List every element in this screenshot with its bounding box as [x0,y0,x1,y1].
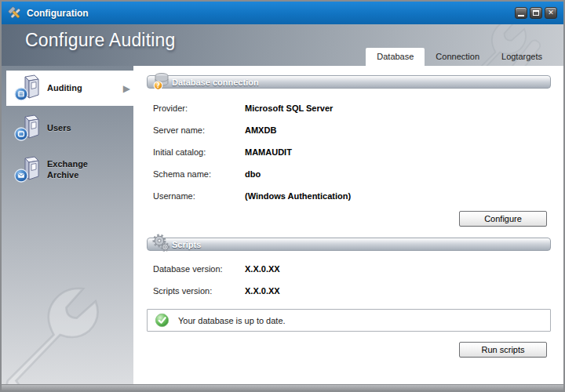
tab-database[interactable]: Database [366,48,425,66]
minimize-icon [518,15,524,16]
field-label: Scripts version: [153,286,245,296]
tab-logtargets[interactable]: Logtargets [490,48,553,66]
exchange-archive-server-icon [13,155,42,185]
right-arrow-icon: ▶ [123,83,130,94]
green-check-icon [155,313,170,328]
users-server-icon [13,114,42,143]
maximize-icon [533,10,539,16]
configuration-window: Configuration ✕ Configure Auditing Datab… [0,0,565,392]
sidebar-item-exchange-archive[interactable]: Exchange Archive [6,151,133,190]
sidebar: Auditing ▶ Users [2,66,133,387]
field-value: dbo [245,169,261,179]
run-scripts-button[interactable]: Run scripts [459,342,547,358]
field-value: AMXDB [245,125,276,135]
section-title: Database connection [172,78,259,87]
gears-icon [152,234,171,256]
database-question-icon: ? [152,71,171,94]
field-label: Initial catalog: [153,147,245,157]
sidebar-item-label: Users [47,123,111,134]
status-message-box: Your database is up to date. [147,309,551,332]
page-title: Configure Auditing [25,30,176,51]
field-label: Database version: [153,264,245,274]
field-value: X.X.0.XX [245,286,280,296]
content-panel: ? Database connection Provider:Microsoft… [135,66,556,387]
section-title: Scripts [172,240,201,249]
window-title: Configuration [27,8,89,19]
field-row-database-version: Database version:X.X.0.XX [153,264,280,274]
sidebar-item-auditing[interactable]: Auditing ▶ [6,71,133,106]
window-bottom-frame [2,384,563,390]
status-message: Your database is up to date. [178,316,286,325]
sidebar-item-label: Auditing [47,83,111,94]
field-label: Server name: [153,125,245,135]
field-value: MAMAUDIT [245,147,292,157]
svg-text:?: ? [156,82,160,89]
section-header-scripts: Scripts [147,238,551,251]
window-controls: ✕ [515,7,557,19]
field-value: (Windows Authentication) [245,191,351,201]
field-value: X.X.0.XX [245,264,280,274]
tab-bar: Database Connection Logtargets [366,48,553,66]
hammer-wrench-icon [8,6,22,20]
auditing-server-icon [13,74,42,103]
field-label: Provider: [153,103,245,113]
sidebar-item-users[interactable]: Users [6,111,133,146]
maximize-button[interactable] [530,7,542,19]
field-row-username: Username:(Windows Authentication) [153,191,351,201]
field-row-scripts-version: Scripts version:X.X.0.XX [153,286,280,296]
field-row-server-name: Server name:AMXDB [153,125,276,135]
field-row-provider: Provider:Microsoft SQL Server [153,103,333,113]
close-icon: ✕ [548,9,554,16]
tab-connection[interactable]: Connection [425,48,490,66]
titlebar: Configuration ✕ [2,2,563,24]
field-row-schema-name: Schema name:dbo [153,169,261,179]
field-label: Username: [153,191,245,201]
section-header-database-connection: ? Database connection [147,75,551,89]
wrench-watermark-icon [2,278,133,387]
minimize-button[interactable] [515,7,527,19]
field-label: Schema name: [153,169,245,179]
field-value: Microsoft SQL Server [245,103,333,113]
close-button[interactable]: ✕ [545,7,557,19]
field-row-initial-catalog: Initial catalog:MAMAUDIT [153,147,292,157]
page-header: Configure Auditing Database Connection L… [2,24,563,66]
sidebar-item-label: Exchange Archive [47,159,111,181]
configure-button[interactable]: Configure [459,211,547,227]
